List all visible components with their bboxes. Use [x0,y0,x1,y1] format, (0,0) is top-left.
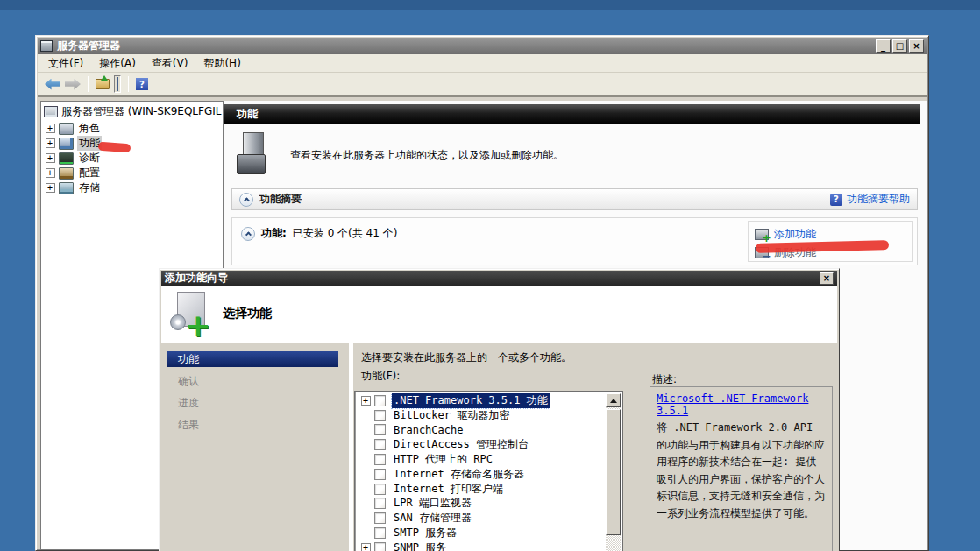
window-controls: _ □ × [876,39,924,53]
diagnostics-icon [59,152,74,165]
tree-item[interactable]: 角色 [41,121,223,136]
feature-row[interactable]: BranchCache [357,423,606,438]
features-row-label: 功能: [261,226,287,241]
feature-label[interactable]: SAN 存储管理器 [392,511,473,526]
tree-root-label: 服务器管理器 (WIN-SK9EQLFGIL [61,104,221,119]
features-summary-header: 功能摘要 ? 功能摘要帮助 [231,188,918,210]
tree-item-label[interactable]: 诊断 [77,151,102,166]
feature-label[interactable]: DirectAccess 管理控制台 [392,437,530,452]
feature-row[interactable]: .NET Framework 3.5.1 功能 [357,393,606,408]
up-folder-icon[interactable] [96,79,110,89]
feature-checkbox[interactable] [374,395,386,406]
scroll-up-icon[interactable] [606,393,621,407]
feature-row[interactable]: SMTP 服务器 [357,526,606,540]
feature-checkbox[interactable] [374,454,386,465]
expand-icon[interactable] [361,543,371,551]
add-features-link[interactable]: 添加功能 [774,227,816,242]
feature-checkbox[interactable] [374,410,386,421]
menu-item[interactable]: 文件(F) [40,54,91,73]
wizard-step[interactable]: 确认 [161,373,349,389]
feature-checkbox[interactable] [374,424,386,435]
feature-row[interactable]: SNMP 服务 [357,540,606,551]
feature-row[interactable]: SAN 存储管理器 [357,511,606,526]
tree-item[interactable]: 配置 [41,166,223,180]
back-icon[interactable] [45,79,60,90]
minimize-button[interactable]: _ [876,39,891,53]
feature-label[interactable]: .NET Framework 3.5.1 功能 [392,393,550,408]
dialog-title: 添加功能向导 [165,271,228,286]
feature-row[interactable]: DirectAccess 管理控制台 [357,437,606,452]
console-window-button[interactable] [114,75,121,93]
description-label: 描述: [652,372,677,387]
expand-icon[interactable] [46,138,55,148]
menu-item[interactable]: 帮助(H) [195,54,248,73]
feature-label[interactable]: BitLocker 驱动器加密 [392,408,511,423]
expand-icon[interactable] [46,168,55,178]
feature-checkbox[interactable] [374,484,386,495]
feature-label[interactable]: HTTP 代理上的 RPC [392,452,494,467]
features-scrollbar[interactable] [606,393,621,551]
tree-items: 角色 功能 诊断 配置 [41,121,223,195]
feature-row[interactable]: LPR 端口监视器 [357,497,606,512]
expand-icon[interactable] [46,183,55,193]
dialog-heading: 选择功能 [223,306,272,321]
collapse-icon[interactable] [239,193,253,207]
help-icon[interactable]: ? [136,78,148,90]
tree-item-label[interactable]: 存储 [77,180,102,195]
feature-checkbox[interactable] [374,512,386,524]
summary-help-link[interactable]: 功能摘要帮助 [847,192,910,207]
maximize-button[interactable]: □ [892,39,907,53]
scrollbar-thumb[interactable] [606,409,621,535]
storage-icon [59,182,74,194]
feature-label[interactable]: Internet 打印客户端 [392,482,505,497]
desktop-top-strip [0,0,980,10]
feature-label[interactable]: SMTP 服务器 [392,526,458,540]
feature-checkbox[interactable] [374,498,386,509]
tree-item-label[interactable]: 配置 [77,166,102,180]
toolbar-separator [88,76,89,92]
window-titlebar[interactable]: 服务器管理器 _ □ × [38,38,927,54]
feature-row[interactable]: Internet 存储命名服务器 [357,467,606,482]
computer-icon [44,106,58,117]
configuration-icon [59,167,74,180]
wizard-steps: 功能 确认 进度 结果 [161,343,349,551]
dialog-titlebar[interactable]: 添加功能向导 × [161,271,837,286]
feature-description-box: Microsoft .NET Framework 3.5.1 将 .NET Fr… [650,386,833,551]
feature-row[interactable]: BitLocker 驱动器加密 [357,408,606,423]
close-button[interactable]: × [909,39,924,53]
wizard-step[interactable]: 结果 [161,417,349,433]
feature-description-text: 将 .NET Framework 2.0 API 的功能与用于构建具有以下功能的… [657,420,826,522]
menu-item[interactable]: 查看(V) [144,54,196,73]
tree-item[interactable]: 诊断 [41,151,223,166]
tree-root-item[interactable]: 服务器管理器 (WIN-SK9EQLFGIL [41,102,223,121]
close-icon[interactable]: × [820,272,834,285]
menu-bar: 文件(F) 操作(A) 查看(V) 帮助(H) [38,54,927,73]
tree-item-label[interactable]: 角色 [77,121,102,136]
feature-row[interactable]: Internet 打印客户端 [357,482,606,497]
framework-description-link[interactable]: Microsoft .NET Framework 3.5.1 [657,392,826,417]
wizard-step[interactable]: 进度 [161,395,349,411]
forward-icon[interactable] [65,79,81,90]
tree-item[interactable]: 功能 [41,136,223,151]
feature-checkbox[interactable] [374,469,386,480]
collapse-icon[interactable] [241,227,255,241]
feature-label[interactable]: Internet 存储命名服务器 [392,467,526,482]
expand-icon[interactable] [361,396,371,406]
feature-label[interactable]: BranchCache [392,424,465,436]
features-list-label: 功能(F): [361,369,400,384]
expand-icon[interactable] [46,124,55,133]
wizard-step[interactable]: 功能 [167,351,338,367]
feature-label[interactable]: SNMP 服务 [392,540,448,551]
menu-item[interactable]: 操作(A) [91,54,144,73]
feature-checkbox[interactable] [374,542,386,551]
tree-item[interactable]: 存储 [41,180,223,195]
expand-icon[interactable] [46,153,55,163]
page-title-bar: 功能 [224,104,920,124]
feature-checkbox[interactable] [374,439,386,450]
add-feature-icon [755,229,769,240]
features-toolbox-icon [237,132,270,174]
feature-label[interactable]: LPR 端口监视器 [392,496,473,511]
feature-row[interactable]: HTTP 代理上的 RPC [357,452,606,467]
feature-checkbox[interactable] [374,527,386,539]
installed-features-row: 功能: 已安装 0 个(共 41 个) [241,226,397,241]
